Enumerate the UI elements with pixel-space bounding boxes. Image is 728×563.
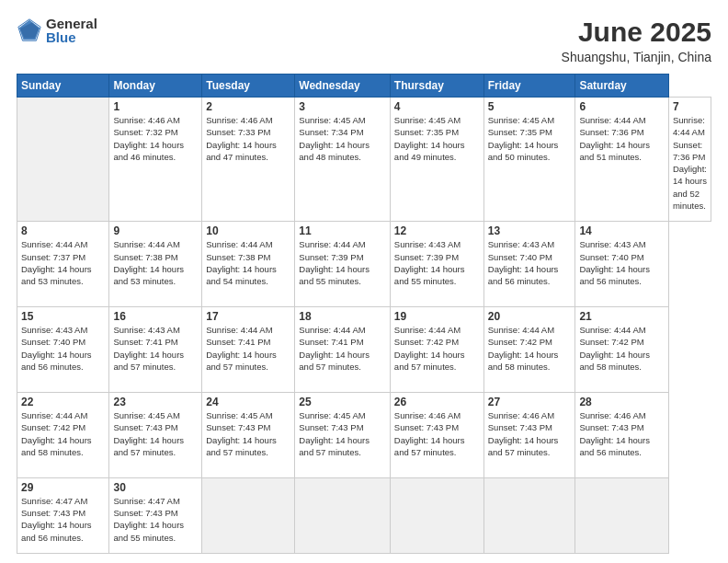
day-cell <box>483 477 575 553</box>
day-cell: 1Sunrise: 4:46 AM Sunset: 7:32 PM Daylig… <box>109 98 202 222</box>
day-info: Sunrise: 4:45 AM Sunset: 7:43 PM Dayligh… <box>113 409 198 458</box>
day-number: 22 <box>21 396 105 408</box>
day-cell: 21Sunrise: 4:44 AM Sunset: 7:42 PM Dayli… <box>575 307 669 393</box>
header-cell-tuesday: Tuesday <box>202 75 295 98</box>
day-cell: 19Sunrise: 4:44 AM Sunset: 7:42 PM Dayli… <box>390 307 483 393</box>
day-number: 29 <box>21 481 105 494</box>
day-number: 26 <box>394 396 480 408</box>
day-cell: 14Sunrise: 4:43 AM Sunset: 7:40 PM Dayli… <box>575 222 669 307</box>
day-cell <box>390 477 483 553</box>
day-info: Sunrise: 4:45 AM Sunset: 7:35 PM Dayligh… <box>488 114 572 163</box>
day-info: Sunrise: 4:44 AM Sunset: 7:38 PM Dayligh… <box>206 238 290 287</box>
day-info: Sunrise: 4:43 AM Sunset: 7:40 PM Dayligh… <box>21 324 105 373</box>
page: General Blue June 2025 Shuangshu, Tianji… <box>0 0 728 563</box>
day-cell: 25Sunrise: 4:45 AM Sunset: 7:43 PM Dayli… <box>295 392 391 477</box>
day-cell: 13Sunrise: 4:43 AM Sunset: 7:40 PM Dayli… <box>483 222 575 307</box>
day-number: 30 <box>113 481 198 494</box>
day-info: Sunrise: 4:44 AM Sunset: 7:42 PM Dayligh… <box>394 324 480 373</box>
day-info: Sunrise: 4:44 AM Sunset: 7:42 PM Dayligh… <box>579 324 665 373</box>
day-cell: 29Sunrise: 4:47 AM Sunset: 7:43 PM Dayli… <box>17 477 109 553</box>
day-cell <box>575 477 669 553</box>
week-row-3: 22Sunrise: 4:44 AM Sunset: 7:42 PM Dayli… <box>17 392 711 477</box>
header-cell-wednesday: Wednesday <box>295 75 391 98</box>
day-number: 3 <box>299 100 386 113</box>
logo-blue: Blue <box>46 30 97 44</box>
day-cell: 30Sunrise: 4:47 AM Sunset: 7:43 PM Dayli… <box>109 477 202 553</box>
day-number: 6 <box>579 100 665 113</box>
day-number: 1 <box>113 100 198 113</box>
day-info: Sunrise: 4:43 AM Sunset: 7:41 PM Dayligh… <box>113 324 198 373</box>
day-info: Sunrise: 4:43 AM Sunset: 7:40 PM Dayligh… <box>488 238 572 287</box>
day-number: 4 <box>394 100 480 113</box>
day-cell <box>295 477 391 553</box>
day-cell: 2Sunrise: 4:46 AM Sunset: 7:33 PM Daylig… <box>202 98 295 222</box>
day-info: Sunrise: 4:46 AM Sunset: 7:32 PM Dayligh… <box>113 114 198 163</box>
header-cell-friday: Friday <box>483 75 575 98</box>
day-cell: 5Sunrise: 4:45 AM Sunset: 7:35 PM Daylig… <box>483 98 575 222</box>
day-info: Sunrise: 4:45 AM Sunset: 7:34 PM Dayligh… <box>299 114 386 163</box>
week-row-2: 15Sunrise: 4:43 AM Sunset: 7:40 PM Dayli… <box>17 307 711 393</box>
day-cell: 18Sunrise: 4:44 AM Sunset: 7:41 PM Dayli… <box>295 307 391 393</box>
day-number: 25 <box>299 396 386 408</box>
day-cell: 23Sunrise: 4:45 AM Sunset: 7:43 PM Dayli… <box>109 392 202 477</box>
day-cell: 9Sunrise: 4:44 AM Sunset: 7:38 PM Daylig… <box>109 222 202 307</box>
day-cell <box>17 98 109 222</box>
day-info: Sunrise: 4:45 AM Sunset: 7:35 PM Dayligh… <box>394 114 480 163</box>
day-cell: 20Sunrise: 4:44 AM Sunset: 7:42 PM Dayli… <box>483 307 575 393</box>
day-info: Sunrise: 4:44 AM Sunset: 7:42 PM Dayligh… <box>488 324 572 373</box>
day-number: 27 <box>488 396 572 408</box>
day-number: 12 <box>394 224 480 237</box>
day-number: 5 <box>488 100 572 113</box>
logo-text: General Blue <box>46 17 97 44</box>
day-cell: 16Sunrise: 4:43 AM Sunset: 7:41 PM Dayli… <box>109 307 202 393</box>
header-cell-thursday: Thursday <box>390 75 483 98</box>
day-number: 24 <box>206 396 290 408</box>
day-info: Sunrise: 4:47 AM Sunset: 7:43 PM Dayligh… <box>113 495 198 544</box>
day-number: 28 <box>579 396 665 408</box>
day-number: 11 <box>299 224 386 237</box>
day-cell: 22Sunrise: 4:44 AM Sunset: 7:42 PM Dayli… <box>17 392 109 477</box>
day-number: 15 <box>21 310 105 323</box>
header-cell-saturday: Saturday <box>575 75 669 98</box>
day-cell: 6Sunrise: 4:44 AM Sunset: 7:36 PM Daylig… <box>575 98 669 222</box>
calendar-header: SundayMondayTuesdayWednesdayThursdayFrid… <box>17 75 711 98</box>
day-cell <box>202 477 295 553</box>
day-cell: 15Sunrise: 4:43 AM Sunset: 7:40 PM Dayli… <box>17 307 109 393</box>
day-number: 8 <box>21 224 105 237</box>
day-cell: 3Sunrise: 4:45 AM Sunset: 7:34 PM Daylig… <box>295 98 391 222</box>
day-number: 16 <box>113 310 198 323</box>
day-cell: 27Sunrise: 4:46 AM Sunset: 7:43 PM Dayli… <box>483 392 575 477</box>
day-number: 7 <box>673 100 707 113</box>
day-number: 23 <box>113 396 198 408</box>
calendar-body: 1Sunrise: 4:46 AM Sunset: 7:32 PM Daylig… <box>17 98 711 554</box>
day-info: Sunrise: 4:46 AM Sunset: 7:33 PM Dayligh… <box>206 114 290 163</box>
day-cell: 11Sunrise: 4:44 AM Sunset: 7:39 PM Dayli… <box>295 222 391 307</box>
logo-icon <box>17 17 42 43</box>
day-info: Sunrise: 4:44 AM Sunset: 7:38 PM Dayligh… <box>113 238 198 287</box>
header-cell-monday: Monday <box>109 75 202 98</box>
week-row-4: 29Sunrise: 4:47 AM Sunset: 7:43 PM Dayli… <box>17 477 711 553</box>
day-info: Sunrise: 4:44 AM Sunset: 7:37 PM Dayligh… <box>21 238 105 287</box>
day-info: Sunrise: 4:46 AM Sunset: 7:43 PM Dayligh… <box>394 409 480 458</box>
week-row-1: 8Sunrise: 4:44 AM Sunset: 7:37 PM Daylig… <box>17 222 711 307</box>
day-cell: 7Sunrise: 4:44 AM Sunset: 7:36 PM Daylig… <box>668 98 711 222</box>
day-cell: 17Sunrise: 4:44 AM Sunset: 7:41 PM Dayli… <box>202 307 295 393</box>
day-info: Sunrise: 4:46 AM Sunset: 7:43 PM Dayligh… <box>488 409 572 458</box>
header: General Blue June 2025 Shuangshu, Tianji… <box>17 17 711 64</box>
day-number: 17 <box>206 310 290 323</box>
day-info: Sunrise: 4:47 AM Sunset: 7:43 PM Dayligh… <box>21 495 105 544</box>
day-info: Sunrise: 4:46 AM Sunset: 7:43 PM Dayligh… <box>579 409 665 458</box>
day-number: 14 <box>579 224 665 237</box>
title-block: June 2025 Shuangshu, Tianjin, China <box>562 17 711 64</box>
calendar-title: June 2025 <box>562 17 711 48</box>
day-number: 19 <box>394 310 480 323</box>
day-number: 20 <box>488 310 572 323</box>
day-number: 13 <box>488 224 572 237</box>
day-cell: 12Sunrise: 4:43 AM Sunset: 7:39 PM Dayli… <box>390 222 483 307</box>
day-info: Sunrise: 4:43 AM Sunset: 7:39 PM Dayligh… <box>394 238 480 287</box>
day-info: Sunrise: 4:45 AM Sunset: 7:43 PM Dayligh… <box>299 409 386 458</box>
week-row-0: 1Sunrise: 4:46 AM Sunset: 7:32 PM Daylig… <box>17 98 711 222</box>
day-info: Sunrise: 4:44 AM Sunset: 7:41 PM Dayligh… <box>299 324 386 373</box>
day-info: Sunrise: 4:43 AM Sunset: 7:40 PM Dayligh… <box>579 238 665 287</box>
day-number: 9 <box>113 224 198 237</box>
